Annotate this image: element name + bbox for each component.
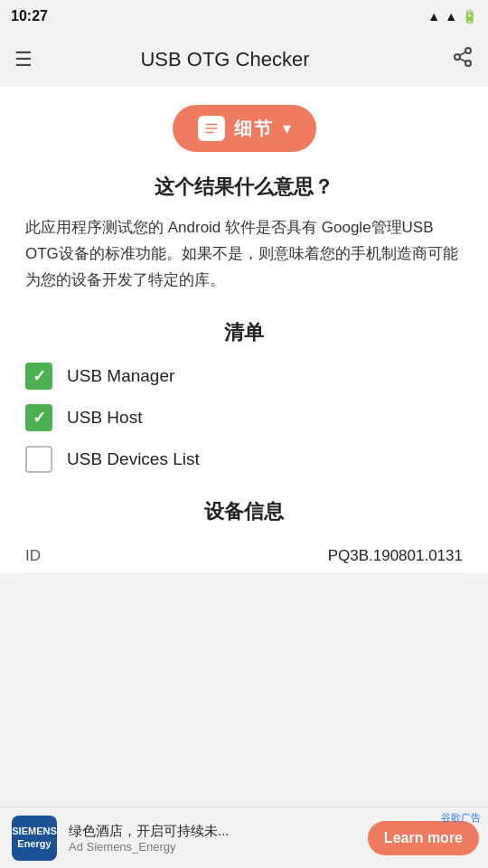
- main-content: 细节 ▾ 这个结果什么意思？ 此应用程序测试您的 Android 软件是否具有 …: [0, 87, 488, 573]
- wifi-icon: ▲: [427, 9, 440, 24]
- ad-learn-more-label: Learn more: [384, 830, 463, 845]
- status-bar: 10:27 ▲ ▲ 🔋: [0, 0, 488, 33]
- ad-icon-wrap: SIEMENSEnergy: [9, 813, 60, 863]
- status-time: 10:27: [11, 8, 48, 24]
- ad-text-wrap: 绿色酒店，开启可持续未... Ad Siemens_Energy: [69, 823, 359, 854]
- ad-label: 谷歌广告: [441, 811, 481, 825]
- svg-rect-7: [205, 132, 213, 134]
- result-heading: 这个结果什么意思？: [25, 174, 463, 201]
- ad-main-text: 绿色酒店，开启可持续未...: [69, 823, 359, 840]
- svg-rect-6: [205, 127, 218, 129]
- app-title: USB OTG Checker: [47, 48, 403, 71]
- hamburger-icon[interactable]: ☰: [14, 48, 33, 71]
- device-info-title: 设备信息: [25, 498, 463, 525]
- battery-icon: 🔋: [462, 9, 477, 24]
- checkbox-usb-manager: ✓: [25, 363, 52, 390]
- svg-rect-5: [205, 124, 218, 126]
- checklist-item-usb-devices: USB Devices List: [25, 446, 463, 473]
- detail-btn-icon: [198, 116, 225, 141]
- checkmark-icon: ✓: [33, 366, 46, 386]
- svg-line-4: [460, 52, 466, 56]
- status-icons: ▲ ▲ 🔋: [427, 9, 477, 24]
- share-icon[interactable]: [452, 46, 474, 73]
- checklist-label-usb-manager: USB Manager: [67, 366, 174, 386]
- checkbox-usb-host: ✓: [25, 404, 52, 431]
- chevron-down-icon: ▾: [283, 118, 291, 138]
- ad-learn-more-button[interactable]: Learn more: [368, 821, 479, 855]
- checklist-item-usb-host: ✓ USB Host: [25, 404, 463, 431]
- checklist: ✓ USB Manager ✓ USB Host USB Devices Lis…: [25, 363, 463, 473]
- detail-button-wrap: 细节 ▾: [25, 105, 463, 152]
- result-body-text: 此应用程序测试您的 Android 软件是否具有 Google管理USB OTG…: [25, 215, 463, 294]
- ad-sub-text: Ad Siemens_Energy: [69, 840, 359, 854]
- device-info-row-id: ID PQ3B.190801.0131: [25, 540, 463, 573]
- device-info-value-id: PQ3B.190801.0131: [328, 547, 463, 565]
- ad-banner: 谷歌广告 SIEMENSEnergy 绿色酒店，开启可持续未... Ad Sie…: [0, 807, 488, 868]
- detail-button[interactable]: 细节 ▾: [173, 105, 316, 152]
- device-info-key-id: ID: [25, 547, 41, 565]
- checklist-item-usb-manager: ✓ USB Manager: [25, 363, 463, 390]
- signal-icon: ▲: [445, 9, 457, 24]
- detail-button-label: 细节: [234, 117, 274, 141]
- checklist-label-usb-host: USB Host: [67, 408, 142, 428]
- app-bar: ☰ USB OTG Checker: [0, 33, 488, 87]
- ad-icon: SIEMENSEnergy: [12, 816, 57, 861]
- svg-point-0: [465, 48, 471, 53]
- checklist-title: 清单: [25, 319, 463, 346]
- checkbox-usb-devices: [25, 446, 52, 473]
- checklist-label-usb-devices: USB Devices List: [67, 449, 200, 469]
- svg-line-3: [460, 59, 466, 62]
- svg-point-1: [455, 54, 460, 60]
- svg-point-2: [465, 61, 471, 66]
- checkmark-icon-2: ✓: [33, 408, 46, 428]
